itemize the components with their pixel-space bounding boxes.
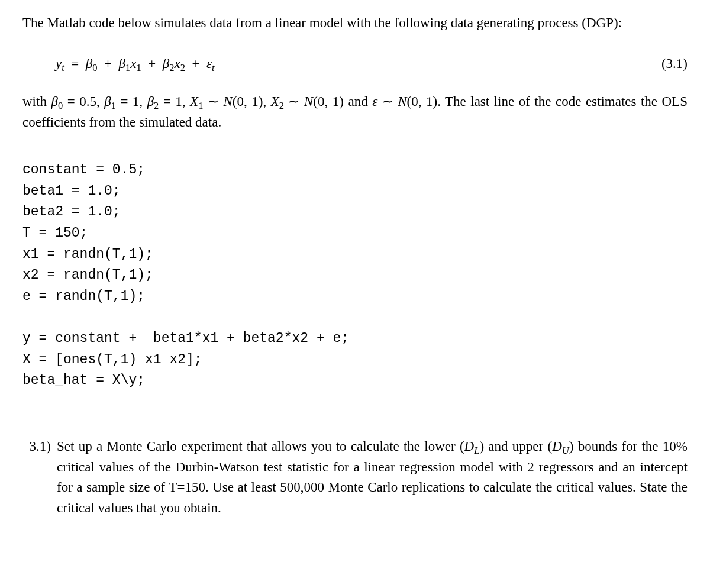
aft-lead: with (22, 94, 51, 109)
aft-N01c: (0, 1). (407, 94, 445, 109)
after-equation-paragraph: with β0 = 0.5, β1 = 1, β2 = 1, X1 ∼ N(0,… (22, 92, 688, 133)
aft-b0-eq: = 0.5, (63, 94, 104, 109)
q-pre: Set up a Monte Carlo experiment that all… (57, 439, 464, 454)
aft-b1-eq: = 1, (116, 94, 147, 109)
code-line-4: T = 150; (22, 225, 88, 241)
eq-beta2: β (163, 56, 169, 71)
aft-b0-sub: 0 (58, 100, 63, 111)
aft-N01b: (0, 1) and (313, 94, 372, 109)
code-line-10: X = [ones(T,1) x1 x2]; (22, 352, 202, 367)
aft-b2-eq: = 1, (159, 94, 190, 109)
equation-body: yt = β0 + β1x1 + β2x2 + εt (56, 54, 215, 75)
eq-beta0: β (86, 56, 92, 71)
aft-eps-dist: ∼ (377, 94, 398, 109)
equation-number: (3.1) (661, 54, 688, 75)
question-3-1: 3.1) Set up a Monte Carlo experiment tha… (22, 437, 688, 518)
matlab-code-block: constant = 0.5; beta1 = 1.0; beta2 = 1.0… (22, 160, 688, 392)
aft-X2: X (271, 94, 279, 109)
aft-X2-sub: 2 (279, 100, 284, 111)
aft-b2: β (147, 94, 154, 109)
code-line-9: y = constant + beta1*x1 + beta2*x2 + e; (22, 331, 349, 346)
eq-y-sub: t (62, 62, 64, 73)
eq-x2: x (175, 56, 180, 71)
code-line-5: x1 = randn(T,1); (22, 247, 153, 262)
aft-X1-dist: ∼ (203, 94, 223, 109)
q-DU: D (552, 439, 562, 454)
aft-N3: N (398, 94, 406, 109)
eq-y: y (56, 56, 62, 71)
aft-X1: X (190, 94, 198, 109)
code-line-3: beta2 = 1.0; (22, 204, 121, 219)
question-body: Set up a Monte Carlo experiment that all… (57, 437, 688, 518)
eq-beta0-sub: 0 (92, 62, 97, 73)
equation-3-1: yt = β0 + β1x1 + β2x2 + εt (3.1) (22, 54, 688, 75)
code-line-6: x2 = randn(T,1); (22, 267, 153, 283)
aft-N01a: (0, 1), (233, 94, 271, 109)
code-line-11: beta_hat = X\y; (22, 373, 145, 388)
aft-b1: β (104, 94, 111, 109)
aft-N2: N (304, 94, 313, 109)
q-DL: D (464, 439, 475, 454)
aft-b1-sub: 1 (111, 100, 116, 111)
eq-beta2-sub: 2 (169, 62, 174, 73)
eq-x1-sub: 1 (137, 62, 141, 73)
aft-b0: β (51, 94, 57, 109)
question-label: 3.1) (22, 437, 57, 457)
eq-eps-sub: t (212, 62, 215, 73)
aft-X2-dist: ∼ (284, 94, 304, 109)
code-line-1: constant = 0.5; (22, 162, 145, 177)
aft-N1: N (223, 94, 232, 109)
eq-x1: x (130, 56, 136, 71)
q-DU-sub: U (562, 445, 569, 456)
intro-paragraph: The Matlab code below simulates data fro… (22, 13, 688, 34)
code-line-7: e = randn(T,1); (22, 289, 145, 304)
eq-eps: ε (206, 56, 212, 71)
aft-eps: ε (372, 94, 377, 109)
eq-beta1: β (119, 56, 125, 71)
q-mid1: ) and upper ( (479, 439, 552, 454)
eq-x2-sub: 2 (180, 62, 185, 73)
code-line-2: beta1 = 1.0; (22, 183, 121, 199)
